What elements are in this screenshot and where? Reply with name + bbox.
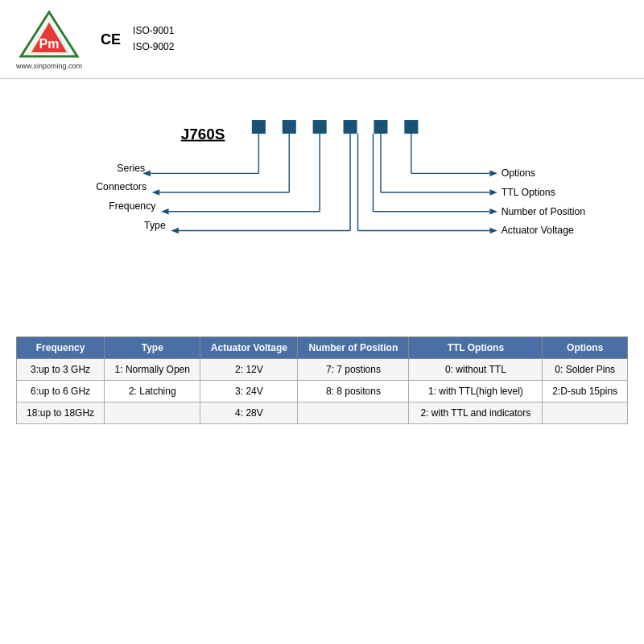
table-cell: 8: 8 positons: [298, 381, 409, 402]
col-frequency: Frequency: [17, 337, 105, 359]
svg-text:Pm: Pm: [39, 37, 60, 51]
company-logo: Pm: [17, 8, 81, 60]
series-label: Series: [117, 163, 145, 174]
options-label: Options: [502, 167, 535, 179]
svg-marker-9: [152, 189, 159, 196]
digit-box-6: [404, 120, 418, 134]
table-row: 18:up to 18GHz4: 28V2: with TTL and indi…: [17, 402, 628, 424]
digit-box-1: [252, 120, 266, 134]
table-body: 3:up to 3 GHz1: Normally Open2: 12V7: 7 …: [17, 359, 628, 424]
table-cell: 6:up to 6 GHz: [17, 381, 105, 402]
table-cell: 0: without TTL: [409, 359, 543, 381]
spec-table: Frequency Type Actuator Voltage Number o…: [16, 336, 628, 424]
table-cell: [543, 402, 628, 424]
table-area: Frequency Type Actuator Voltage Number o…: [0, 336, 644, 424]
digit-box-3: [313, 120, 327, 134]
table-cell: 2: 12V: [200, 359, 298, 381]
table-row: 6:up to 6 GHz2: Latching3: 24V8: 8 posit…: [17, 381, 628, 402]
svg-marker-18: [489, 171, 497, 177]
logo-area: Pm www.xinpoming.com: [16, 8, 82, 70]
table-cell: 2: Latching: [105, 381, 200, 402]
table-header-row: Frequency Type Actuator Voltage Number o…: [17, 337, 628, 359]
col-type: Type: [105, 337, 200, 359]
table-row: 3:up to 3 GHz1: Normally Open2: 12V7: 7 …: [17, 359, 628, 381]
connectors-label: Connectors: [96, 181, 147, 192]
ce-mark: CE: [101, 31, 121, 47]
actuator-voltage-label: Actuator Voltage: [502, 225, 574, 236]
diagram-area: J760S Series Connectors Frequency: [0, 79, 644, 336]
digit-box-5: [374, 120, 387, 134]
svg-marker-12: [161, 208, 168, 215]
iso2-label: ISO-9002: [133, 39, 174, 55]
col-ttl-options: TTL Options: [409, 337, 543, 359]
table-cell: 3: 24V: [200, 381, 298, 402]
iso1-label: ISO-9001: [133, 23, 174, 39]
digit-box-4: [344, 120, 357, 134]
cert-area: ISO-9001 ISO-9002: [133, 23, 174, 54]
table-cell: 1: Normally Open: [105, 359, 200, 381]
table-cell: 4: 28V: [200, 402, 298, 424]
col-options: Options: [543, 337, 628, 359]
svg-marker-28: [489, 228, 497, 234]
digit-box-2: [283, 120, 296, 134]
frequency-label: Frequency: [109, 200, 156, 212]
type-label: Type: [144, 220, 166, 231]
part-number-diagram: J760S Series Connectors Frequency: [32, 95, 612, 320]
table-cell: 1: with TTL(high level): [409, 381, 543, 402]
table-cell: 7: 7 postions: [298, 359, 409, 381]
table-cell: [298, 402, 409, 424]
col-number-position: Number of Position: [298, 337, 409, 359]
svg-marker-15: [171, 228, 178, 234]
ce-mark-container: CE: [101, 32, 121, 47]
ttl-options-label: TTL Options: [502, 187, 555, 198]
model-label: J760S: [181, 126, 225, 142]
website-label: www.xinpoming.com: [16, 62, 82, 70]
header: Pm www.xinpoming.com CE ISO-9001 ISO-900…: [0, 0, 644, 79]
table-cell: 2: with TTL and indicators: [409, 402, 543, 424]
table-cell: 0: Solder Pins: [543, 359, 628, 381]
table-cell: 18:up to 18GHz: [17, 402, 105, 424]
svg-marker-25: [489, 208, 497, 215]
number-position-label: Number of Position: [502, 206, 586, 217]
svg-marker-21: [489, 189, 497, 196]
table-cell: 3:up to 3 GHz: [17, 359, 105, 381]
table-cell: [105, 402, 200, 424]
col-actuator-voltage: Actuator Voltage: [200, 337, 298, 359]
table-cell: 2:D-sub 15pins: [543, 381, 628, 402]
